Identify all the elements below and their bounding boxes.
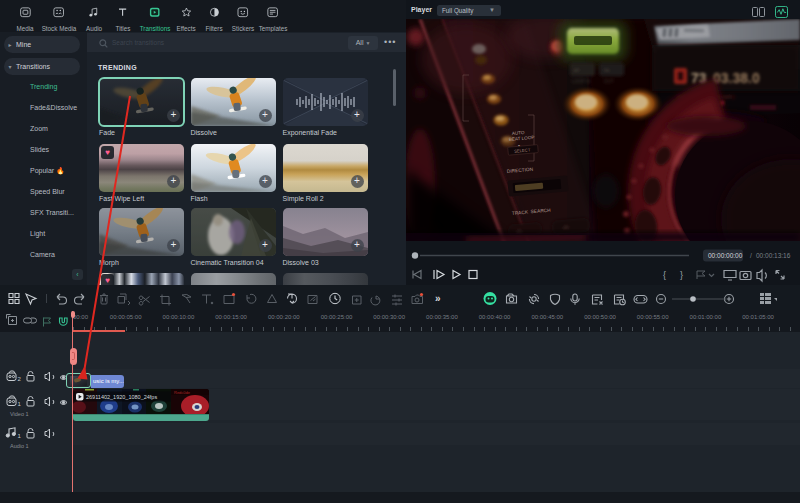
svg-text:00:00:00:00: 00:00:00:00 bbox=[708, 252, 743, 259]
svg-text:{: { bbox=[663, 270, 666, 280]
svg-text:2: 2 bbox=[18, 376, 22, 382]
svg-text:/: / bbox=[750, 252, 752, 259]
svg-text:}: } bbox=[680, 270, 683, 280]
svg-text:Video 1: Video 1 bbox=[10, 411, 29, 417]
svg-text:Redc0de: Redc0de bbox=[174, 390, 191, 395]
svg-text:»: » bbox=[435, 293, 441, 304]
svg-text:1: 1 bbox=[18, 433, 22, 439]
svg-text:26911402_1920_1080_24fps: 26911402_1920_1080_24fps bbox=[86, 394, 157, 400]
svg-text:1: 1 bbox=[18, 401, 22, 407]
svg-text:Audio 1: Audio 1 bbox=[10, 443, 29, 449]
svg-text:00:00:13:16: 00:00:13:16 bbox=[756, 252, 791, 259]
